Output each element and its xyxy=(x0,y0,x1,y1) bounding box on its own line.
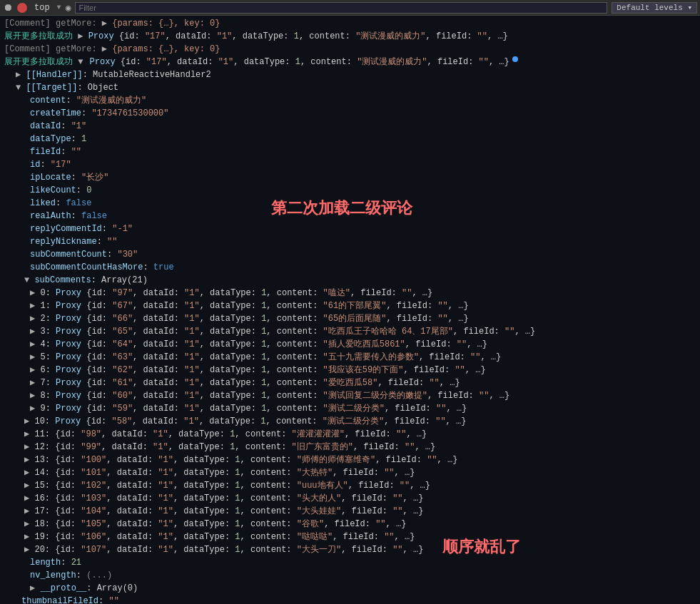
log-line: ▶ 7: Proxy {id: "61", dataId: "1", dataT… xyxy=(0,377,700,389)
log-line: ▶ 3: Proxy {id: "65", dataId: "1", dataT… xyxy=(0,325,700,338)
top-label: top xyxy=(31,3,53,13)
log-line: ▶ [[Handler]]: MutableReactiveHandler2 xyxy=(0,68,700,81)
log-line: subCommentCount: "30" xyxy=(0,248,700,261)
log-line: ▶ 10: Proxy {id: "58", dataId: "1", data… xyxy=(0,415,700,428)
log-line: ▶ 12: {id: "99", dataId: "1", dataType: … xyxy=(0,441,700,454)
log-line: fileId: "" xyxy=(0,145,700,158)
record-icon[interactable]: ⏺ xyxy=(3,2,13,14)
filter-input[interactable] xyxy=(75,2,607,14)
log-line: ▶ 11: {id: "98", dataId: "1", dataType: … xyxy=(0,428,700,441)
log-line: dataId: "1" xyxy=(0,120,700,133)
eye-icon: ◉ xyxy=(66,2,71,14)
log-line: replyCommentId: "-1" xyxy=(0,222,700,235)
log-line: [Comment] getMore: ▶ {params: {…}, key: … xyxy=(0,43,700,56)
log-line: dataType: 1 xyxy=(0,133,700,145)
log-line: ▼ [[Target]]: Object xyxy=(0,81,700,94)
log-line: liked: false xyxy=(0,197,700,210)
console: [Comment] getMore: ▶ {params: {…}, key: … xyxy=(0,16,700,604)
log-line: createTime: "1734761530000" xyxy=(0,107,700,120)
log-line: 展开更多拉取成功 ▶ Proxy {id: "17", dataId: "1",… xyxy=(0,30,700,43)
log-line: length: 21 xyxy=(0,556,700,569)
log-line: ▶ __proto__: Array(0) xyxy=(0,582,700,595)
log-line: id: "17" xyxy=(0,158,700,171)
log-line: ▶ 2: Proxy {id: "66", dataId: "1", dataT… xyxy=(0,312,700,325)
log-line: realAuth: false xyxy=(0,210,700,222)
log-line: ipLocate: "长沙" xyxy=(0,171,700,184)
chevron-down-icon[interactable]: ▼ xyxy=(57,4,61,11)
log-line: ▶ 14: {id: "101", dataId: "1", dataType:… xyxy=(0,466,700,479)
log-line: ▶ 8: Proxy {id: "60", dataId: "1", dataT… xyxy=(0,389,700,402)
log-line: 展开更多拉取成功 ▼ Proxy {id: "17", dataId: "1",… xyxy=(0,56,700,68)
log-line: thumbnailFileId: "" xyxy=(0,595,700,604)
default-levels-button[interactable]: Default levels ▾ xyxy=(612,2,697,14)
log-line: ▶ 16: {id: "103", dataId: "1", dataType:… xyxy=(0,492,700,505)
log-line: likeCount: 0 xyxy=(0,184,700,197)
log-line: ▶ 9: Proxy {id: "59", dataId: "1", dataT… xyxy=(0,402,700,415)
log-line: ▶ 13: {id: "100", dataId: "1", dataType:… xyxy=(0,454,700,466)
console-wrapper: [Comment] getMore: ▶ {params: {…}, key: … xyxy=(0,16,700,604)
log-line: ▶ 4: Proxy {id: "64", dataId: "1", dataT… xyxy=(0,338,700,351)
stop-icon[interactable] xyxy=(17,3,27,13)
log-line: ▶ 1: Proxy {id: "67", dataId: "1", dataT… xyxy=(0,300,700,312)
log-line: [Comment] getMore: ▶ {params: {…}, key: … xyxy=(0,17,700,30)
log-line: ▶ 15: {id: "102", dataId: "1", dataType:… xyxy=(0,479,700,492)
log-line: ▶ 18: {id: "105", dataId: "1", dataType:… xyxy=(0,518,700,531)
blue-dot-indicator xyxy=(512,56,518,62)
log-line: replyNickname: "" xyxy=(0,235,700,248)
log-line: ▼ subComments: Array(21) xyxy=(0,274,700,287)
log-line: ▶ 17: {id: "104", dataId: "1", dataType:… xyxy=(0,505,700,518)
log-line: content: "测试漫威的威力" xyxy=(0,94,700,107)
toolbar: ⏺ top ▼ ◉ Default levels ▾ xyxy=(0,0,700,16)
log-line: subCommentCountHasMore: true xyxy=(0,261,700,274)
log-line: ▶ 5: Proxy {id: "63", dataId: "1", dataT… xyxy=(0,351,700,364)
log-line: ▶ 19: {id: "106", dataId: "1", dataType:… xyxy=(0,531,700,543)
log-line: ▶ 0: Proxy {id: "97", dataId: "1", dataT… xyxy=(0,287,700,300)
log-line: ▶ 20: {id: "107", dataId: "1", dataType:… xyxy=(0,543,700,556)
log-line: nv_length: (...) xyxy=(0,569,700,582)
log-line: ▶ 6: Proxy {id: "62", dataId: "1", dataT… xyxy=(0,364,700,377)
